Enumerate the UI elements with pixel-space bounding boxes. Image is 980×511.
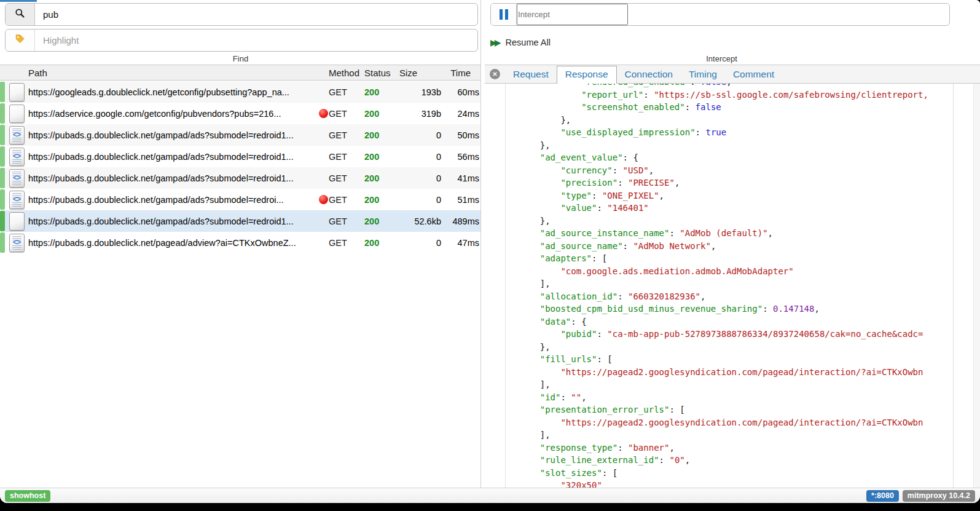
flow-status: 200	[364, 173, 398, 183]
response-body-scroll-area[interactable]: "rendered_ad_enabled": false, "report_ur…	[485, 84, 954, 488]
red-dot-marker-icon	[319, 109, 329, 118]
listen-address-badge: *:8080	[866, 490, 899, 502]
column-header-time[interactable]: Time	[441, 68, 480, 78]
flow-row[interactable]: https://pubads.g.doubleclick.net/gampad/…	[0, 167, 480, 189]
flow-method: GET	[329, 195, 364, 205]
flow-row[interactable]: https://pubads.g.doubleclick.net/gampad/…	[0, 210, 480, 232]
tag-icon	[15, 34, 25, 47]
search-filter-button[interactable]	[6, 4, 35, 25]
flow-time: 47ms	[441, 238, 480, 248]
highlight-filter-button[interactable]	[6, 30, 35, 51]
flow-method: GET	[329, 152, 364, 162]
flow-row[interactable]: https://pubads.g.doubleclick.net/gampad/…	[0, 146, 480, 167]
resume-all-button[interactable]: Resume All	[490, 36, 551, 49]
code-line: "fill_urls": [	[519, 353, 953, 366]
pause-icon	[500, 9, 508, 20]
column-header-size[interactable]: Size	[398, 68, 441, 78]
code-line: "report_url": "https://sb-ssl.google.com…	[519, 89, 953, 101]
intercept-caption: Intercept	[485, 54, 958, 63]
code-line: },	[519, 114, 953, 127]
code-line: "rendered_ad_enabled": false,	[519, 84, 953, 89]
code-line: "response_type": "banner",	[519, 442, 953, 454]
flow-list-panel: Find Path Method Status Size Time https:…	[0, 0, 481, 488]
code-line: "value": "146401"	[519, 202, 953, 215]
intercept-input[interactable]	[517, 4, 628, 25]
code-line: "rule_line_external_id": "0",	[519, 454, 953, 467]
code-line: },	[519, 341, 953, 354]
code-file-icon	[5, 148, 28, 166]
tab-response[interactable]: Response	[557, 66, 617, 84]
code-line: "slot_sizes": [	[519, 467, 953, 480]
search-box	[5, 3, 478, 26]
code-line: "https://pagead2.googlesyndication.com/p…	[519, 366, 953, 379]
flow-row[interactable]: https://pubads.g.doubleclick.net/pagead/…	[0, 232, 480, 253]
tab-timing[interactable]: Timing	[681, 66, 725, 83]
row-marker-strip	[0, 125, 5, 145]
flow-status: 200	[364, 216, 398, 226]
flow-method: GET	[329, 216, 364, 226]
tab-comment[interactable]: Comment	[725, 66, 782, 83]
flow-row[interactable]: https://adservice.google.com/getconfig/p…	[0, 103, 480, 124]
flow-size: 0	[398, 238, 441, 248]
flow-size: 0	[398, 130, 441, 140]
active-nav-tab-underline	[0, 0, 37, 2]
flow-path: https://adservice.google.com/getconfig/p…	[28, 109, 319, 119]
code-gutter-divider	[505, 84, 506, 488]
code-line: "ad_source_name": "AdMob Network",	[519, 240, 953, 253]
response-scrollbar[interactable]	[973, 84, 980, 488]
code-line: "ad_event_value": {	[519, 151, 953, 164]
flow-status: 200	[364, 87, 398, 97]
flow-method: GET	[329, 238, 364, 248]
code-line: "allocation_id": "660320182936",	[519, 290, 953, 303]
flow-rows: https://googleads.g.doubleclick.net/getc…	[0, 81, 480, 253]
flow-row[interactable]: https://googleads.g.doubleclick.net/getc…	[0, 81, 480, 103]
flow-time: 51ms	[441, 195, 480, 205]
flow-method: GET	[329, 87, 364, 97]
main-surface: Find Path Method Status Size Time https:…	[0, 0, 980, 503]
flow-time: 60ms	[441, 87, 480, 97]
tab-connection[interactable]: Connection	[617, 66, 681, 83]
flow-size: 193b	[398, 87, 441, 97]
intercept-box	[490, 3, 950, 26]
detail-tabs: RequestResponseConnectionTimingComment	[505, 66, 782, 83]
flow-time: 41ms	[441, 173, 480, 183]
flow-row[interactable]: https://pubads.g.doubleclick.net/gampad/…	[0, 189, 480, 210]
intercept-pause-button[interactable]	[491, 4, 517, 25]
flow-time: 50ms	[441, 130, 480, 140]
flow-size: 52.6kb	[398, 216, 441, 226]
highlight-box	[5, 29, 478, 52]
row-marker-strip	[0, 189, 5, 210]
flow-time: 24ms	[441, 109, 480, 119]
flow-table-header: Path Method Status Size Time	[0, 65, 480, 81]
code-line: "use_displayed_impression": true	[519, 126, 953, 139]
row-marker-strip	[0, 146, 5, 167]
search-input[interactable]	[35, 4, 477, 25]
flow-row[interactable]: https://pubads.g.doubleclick.net/gampad/…	[0, 124, 480, 146]
code-line: "boosted_cpm_bid_usd_minus_revenue_shari…	[519, 303, 953, 315]
row-marker-strip	[0, 211, 5, 231]
flow-status: 200	[364, 238, 398, 248]
close-icon[interactable]	[490, 69, 500, 79]
column-header-status[interactable]: Status	[364, 68, 398, 78]
flow-path: https://googleads.g.doubleclick.net/getc…	[28, 87, 319, 97]
column-header-method[interactable]: Method	[329, 68, 364, 78]
document-file-icon	[5, 212, 28, 231]
code-file-icon	[5, 234, 28, 252]
showhost-badge: showhost	[5, 490, 50, 502]
tab-request[interactable]: Request	[505, 66, 557, 83]
find-caption: Find	[0, 54, 481, 63]
flow-size: 0	[398, 173, 441, 183]
detail-tabbar: RequestResponseConnectionTimingComment	[485, 65, 980, 84]
column-header-path[interactable]: Path	[28, 68, 319, 78]
code-line: "presentation_error_urls": [	[519, 403, 953, 416]
flow-time: 489ms	[441, 216, 480, 226]
code-line: ],	[519, 277, 953, 290]
flow-method: GET	[329, 173, 364, 183]
flow-method: GET	[329, 130, 364, 140]
code-line: "https://pagead2.googlesyndication.com/p…	[519, 416, 953, 429]
code-line: "320x50"	[519, 479, 953, 488]
code-line: "com.google.ads.mediation.admob.AdMobAda…	[519, 265, 953, 278]
flow-path: https://pubads.g.doubleclick.net/gampad/…	[28, 152, 319, 162]
highlight-input[interactable]	[35, 30, 477, 51]
flow-status: 200	[364, 109, 398, 119]
